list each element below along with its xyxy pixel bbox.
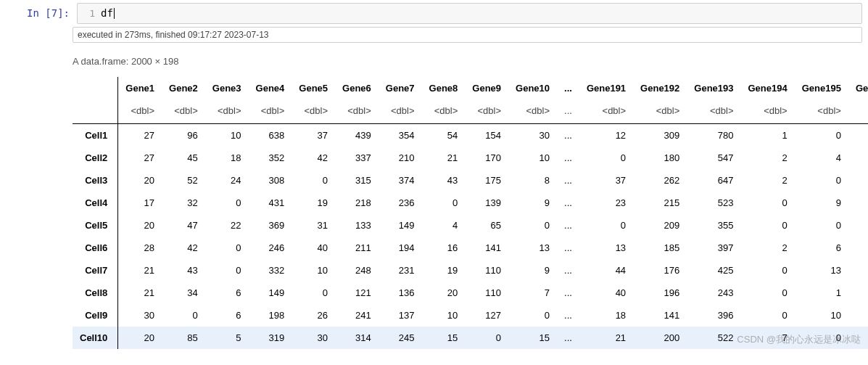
code-text: df [101,7,115,20]
column-header [73,99,118,124]
cell: 9 [795,192,848,214]
column-header: Gene2 [162,77,205,99]
cell: 20 [118,327,162,349]
cell: 210 [379,147,422,169]
cell: 154 [465,123,508,147]
table-row[interactable]: Cell72143033210248231191109...4417642501… [73,259,868,282]
cell: 314 [335,327,379,349]
cell: 0 [741,214,795,237]
cell: 236 [379,192,422,214]
column-header: Gene4 [249,77,292,99]
cell: 369 [249,214,292,237]
cell: 10 [205,123,249,147]
table-row[interactable]: Cell1279610638374393545415430...12309780… [73,123,868,147]
header-row-names: Gene1Gene2Gene3Gene4Gene5Gene6Gene7Gene8… [73,77,868,99]
table-row[interactable]: Cell8213461490121136201107...40196243017… [73,282,868,304]
table-row[interactable]: Cell4173204311921823601399...23215523098… [73,192,868,214]
cell: 20 [422,282,466,304]
column-header: ... [557,77,579,99]
column-header: <dbl> [848,99,868,124]
cell: 65 [465,214,508,237]
cell: 12 [579,123,633,147]
cell: 547 [687,147,740,169]
cell: 374 [379,169,422,192]
cell: 0 [579,147,633,169]
table-row[interactable]: Cell10208553193031424515015...2120052270… [73,327,868,349]
cell: 21 [118,282,162,304]
cell: 248 [335,259,379,282]
cell: 88 [848,214,868,237]
row-name: Cell8 [73,282,118,304]
ellipsis-cell: ... [557,259,579,282]
cell: 15 [422,327,466,349]
cell: 32 [162,192,205,214]
cell: 21 [422,147,466,169]
cell: 638 [249,123,292,147]
cell: 21 [579,327,633,349]
cell: 439 [335,123,379,147]
cell: 2 [741,147,795,169]
cell: 18 [205,147,249,169]
execution-info: executed in 273ms, finished 09:17:27 202… [73,27,862,43]
row-name: Cell10 [73,327,118,349]
ellipsis-cell: ... [557,169,579,192]
row-name: Cell9 [73,304,118,327]
cell: 0 [422,192,466,214]
cell: 7 [741,327,795,349]
table-row[interactable]: Cell9300619826241137101270...18141396010… [73,304,868,327]
column-header: Gene10 [508,77,557,99]
table-row[interactable]: Cell32052243080315374431758...3726264720… [73,169,868,192]
ellipsis-cell: ... [557,192,579,214]
cell: 85 [162,327,205,349]
cell: 23 [579,192,633,214]
column-header: Gene191 [579,77,633,99]
dataframe-table: Gene1Gene2Gene3Gene4Gene5Gene6Gene7Gene8… [73,77,868,349]
ellipsis-cell: ... [557,237,579,259]
cell: 15 [508,327,557,349]
cell: 10 [422,304,466,327]
table-row[interactable]: Cell5204722369311331494650...02093550088 [73,214,868,237]
dataframe-caption: A data.frame: 2000 × 198 [73,56,868,67]
row-name: Cell6 [73,237,118,259]
cell: 6 [205,304,249,327]
cell: 194 [379,237,422,259]
cell: 185 [633,237,687,259]
cell: 0 [795,327,848,349]
cell: 209 [633,214,687,237]
cell: 7 [508,282,557,304]
column-header: Gene5 [292,77,335,99]
cell: 180 [633,147,687,169]
cell: 1 [741,123,795,147]
cell: 198 [249,304,292,327]
cell: 52 [162,169,205,192]
cell: 523 [687,192,740,214]
cell: 6 [205,282,249,304]
cell: 175 [465,169,508,192]
cell: 43 [162,259,205,282]
cell: 0 [205,237,249,259]
table-row[interactable]: Cell628420246402111941614113...131853972… [73,237,868,259]
column-header: <dbl> [118,99,162,124]
column-header: <dbl> [422,99,466,124]
code-input[interactable]: 1 df [77,3,862,24]
cell: 2 [741,169,795,192]
cell: 141 [465,237,508,259]
cell: 149 [379,214,422,237]
cell: 397 [687,237,740,259]
cell: 42 [162,237,205,259]
cell: 211 [335,237,379,259]
cell: 28 [118,237,162,259]
cell: 89 [848,237,868,259]
cell: 13 [579,237,633,259]
table-row[interactable]: Cell2274518352423372102117010...01805472… [73,147,868,169]
column-header: <dbl> [795,99,848,124]
row-name: Cell3 [73,169,118,192]
column-header: <dbl> [633,99,687,124]
column-header: Gene7 [379,77,422,99]
column-header: Gene8 [422,77,466,99]
row-name: Cell7 [73,259,118,282]
cell: 8 [508,169,557,192]
prompt-label: In [7]: [0,3,77,19]
cell: 176 [633,259,687,282]
output-area: A data.frame: 2000 × 198 Gene1Gene2Gene3… [73,56,868,349]
